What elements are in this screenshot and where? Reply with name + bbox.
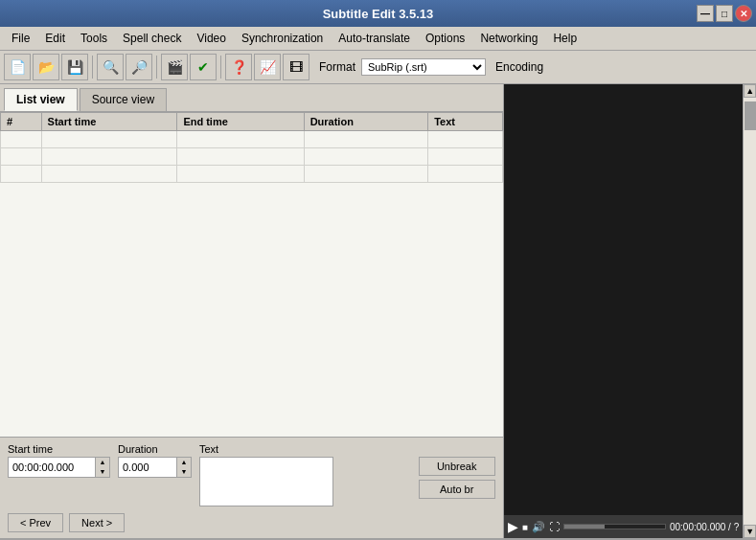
prev-button[interactable]: < Prev <box>8 513 63 532</box>
menubar: File Edit Tools Spell check Video Synchr… <box>0 27 756 51</box>
right-panel: ▶ ■ 🔊 ⛶ 00:00:00.000 / ? <box>504 84 744 538</box>
separator <box>92 56 93 79</box>
cell <box>41 131 177 148</box>
cell <box>177 166 304 183</box>
video-tool-button[interactable]: 🎬 <box>161 54 188 80</box>
titlebar-controls: — □ ✕ <box>697 5 752 22</box>
scroll-down[interactable]: ▼ <box>744 525 756 538</box>
menu-edit[interactable]: Edit <box>37 29 73 48</box>
app-title: Subtitle Edit 3.5.13 <box>323 7 434 21</box>
start-time-label: Start time <box>8 443 110 455</box>
cell <box>41 166 177 183</box>
separator2 <box>156 56 157 79</box>
menu-options[interactable]: Options <box>418 29 472 48</box>
edit-fields-row: Start time ▲ ▼ Duration ▲ <box>8 443 495 509</box>
cell <box>41 148 177 166</box>
cell <box>428 148 502 166</box>
maximize-button[interactable]: □ <box>716 5 733 22</box>
cell <box>177 131 304 148</box>
main-area: List view Source view # Start time End t… <box>0 84 756 538</box>
menu-file[interactable]: File <box>4 29 37 48</box>
col-duration: Duration <box>304 113 428 131</box>
subtitle-table: # Start time End time Duration Text <box>0 112 503 183</box>
text-input[interactable] <box>199 457 333 506</box>
zoom-in-button[interactable]: 🔍 <box>97 54 124 80</box>
video-fullscreen-button[interactable]: ⛶ <box>549 521 560 532</box>
close-button[interactable]: ✕ <box>735 5 752 22</box>
video-area[interactable] <box>504 84 744 515</box>
tab-list-view[interactable]: List view <box>4 88 78 111</box>
cell <box>304 131 428 148</box>
scroll-up[interactable]: ▲ <box>744 84 756 98</box>
edit-area: Start time ▲ ▼ Duration ▲ <box>0 437 503 538</box>
scroll-track <box>744 98 756 525</box>
cell <box>177 148 304 166</box>
help-button[interactable]: ❓ <box>225 54 252 80</box>
save-button[interactable]: 💾 <box>61 54 88 80</box>
main-scrollbar[interactable]: ▲ ▼ <box>743 84 756 538</box>
duration-input-wrap: ▲ ▼ <box>118 457 192 478</box>
menu-autotranslate[interactable]: Auto-translate <box>331 29 418 48</box>
text-label: Text <box>199 443 411 455</box>
start-time-input-wrap: ▲ ▼ <box>8 457 110 478</box>
video-play-button[interactable]: ▶ <box>508 519 518 534</box>
toolbar: 📄 📂 💾 🔍 🔎 🎬 ✔ ❓ 📈 🎞 Format SubRip (.srt)… <box>0 51 756 84</box>
duration-spin: ▲ ▼ <box>176 458 191 477</box>
menu-video[interactable]: Video <box>189 29 233 48</box>
duration-label: Duration <box>118 443 192 455</box>
video-progress-bar[interactable] <box>563 524 666 529</box>
menu-synchronization[interactable]: Synchronization <box>234 29 331 48</box>
menu-spellcheck[interactable]: Spell check <box>115 29 189 48</box>
start-time-down[interactable]: ▼ <box>96 467 109 477</box>
menu-help[interactable]: Help <box>545 29 584 48</box>
waveform-button[interactable]: 📈 <box>254 54 281 80</box>
film-button[interactable]: 🎞 <box>283 54 309 80</box>
duration-down[interactable]: ▼ <box>177 467 191 477</box>
video-controls: ▶ ■ 🔊 ⛶ 00:00:00.000 / ? <box>504 515 744 538</box>
cell <box>428 131 502 148</box>
table-row[interactable] <box>1 131 503 148</box>
col-number: # <box>1 113 42 131</box>
scroll-thumb[interactable] <box>745 101 756 130</box>
cell <box>1 131 42 148</box>
menu-tools[interactable]: Tools <box>73 29 115 48</box>
nav-buttons: < Prev Next > <box>8 513 495 532</box>
new-button[interactable]: 📄 <box>4 54 31 80</box>
tab-source-view[interactable]: Source view <box>80 88 167 111</box>
unbreak-button[interactable]: Unbreak <box>419 457 495 476</box>
start-time-group: Start time ▲ ▼ <box>8 443 110 478</box>
table-row[interactable] <box>1 148 503 166</box>
video-volume-button[interactable]: 🔊 <box>532 521 545 533</box>
cell <box>304 148 428 166</box>
format-label: Format <box>319 60 355 74</box>
minimize-button[interactable]: — <box>697 5 714 22</box>
video-stop-button[interactable]: ■ <box>522 522 528 532</box>
format-select[interactable]: SubRip (.srt) <box>361 58 486 76</box>
cell <box>1 148 42 166</box>
menu-networking[interactable]: Networking <box>472 29 545 48</box>
view-tabs: List view Source view <box>0 84 503 112</box>
start-time-up[interactable]: ▲ <box>96 458 109 467</box>
start-time-input[interactable] <box>9 460 95 475</box>
cell <box>428 166 502 183</box>
start-time-spin: ▲ ▼ <box>95 458 109 477</box>
table-row[interactable] <box>1 166 503 183</box>
duration-group: Duration ▲ ▼ <box>118 443 192 478</box>
cell <box>1 166 42 183</box>
action-buttons: Unbreak Auto br <box>419 457 495 499</box>
video-time-display: 00:00:00.000 / ? <box>670 522 739 532</box>
check-button[interactable]: ✔ <box>190 54 217 80</box>
titlebar: Subtitle Edit 3.5.13 — □ ✕ <box>0 0 756 27</box>
zoom-out-button[interactable]: 🔎 <box>126 54 152 80</box>
duration-input[interactable] <box>119 460 176 475</box>
auto-br-button[interactable]: Auto br <box>419 480 495 499</box>
col-start: Start time <box>41 113 177 131</box>
col-text: Text <box>428 113 502 131</box>
left-panel: List view Source view # Start time End t… <box>0 84 504 538</box>
open-button[interactable]: 📂 <box>33 54 59 80</box>
next-button[interactable]: Next > <box>69 513 125 532</box>
duration-up[interactable]: ▲ <box>177 458 191 467</box>
subtitle-table-area: # Start time End time Duration Text <box>0 112 503 437</box>
encoding-label: Encoding <box>495 60 543 74</box>
text-group: Text <box>199 443 411 509</box>
